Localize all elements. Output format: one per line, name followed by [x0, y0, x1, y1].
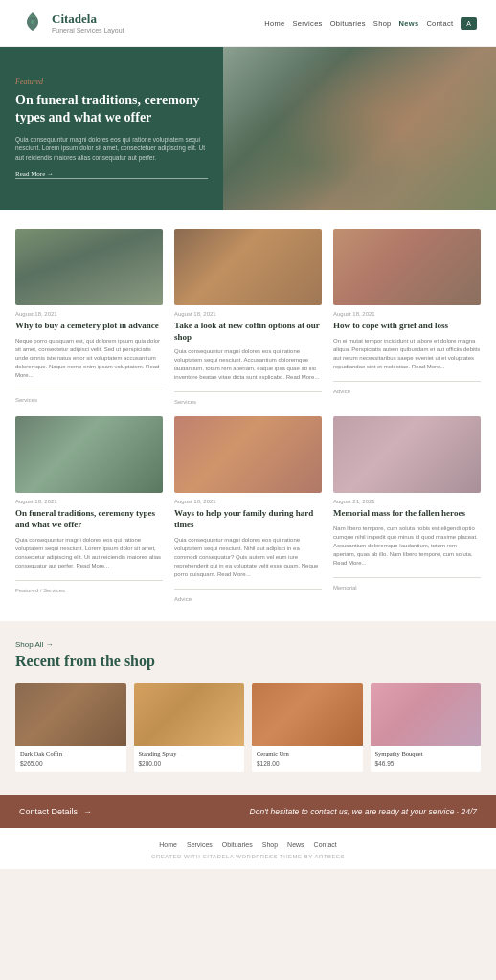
footer-links: HomeServicesObituariesShopNewsContact	[15, 841, 481, 848]
logo-icon	[19, 10, 46, 36]
blog-grid: August 18, 2021 Why to buy a cemetery pl…	[15, 229, 481, 602]
blog-card: August 18, 2021 Take a look at new coffi…	[174, 229, 322, 405]
blog-card-date: August 18, 2021	[174, 311, 322, 317]
blog-card-desc: On ei mutat tempor incididunt ut labore …	[333, 337, 481, 371]
shop-all-link[interactable]: Shop All →	[15, 640, 54, 649]
shop-item-name: Sympathy Bouquet	[375, 750, 477, 758]
hero-desc: Quia consequuntur magni dolores eos qui …	[15, 135, 208, 163]
blog-card: August 18, 2021 Why to buy a cemetery pl…	[15, 229, 163, 405]
shop-item[interactable]: Dark Oak Coffin $265.00	[15, 683, 126, 772]
blog-card-date: August 21, 2021	[333, 499, 481, 504]
nav-news[interactable]: News	[399, 19, 419, 28]
blog-card-title[interactable]: How to cope with grief and loss	[333, 321, 481, 332]
logo-text: Citadela Funeral Services Layout	[52, 11, 124, 34]
blog-card-image-5	[333, 416, 481, 493]
nav-shop[interactable]: Shop	[373, 19, 392, 28]
blog-card-divider	[174, 589, 322, 590]
shop-title: Recent from the shop	[15, 653, 481, 670]
blog-card-tag: Memorial	[333, 585, 481, 590]
nav-account-btn[interactable]: A	[461, 17, 477, 30]
blog-card-img-inner	[333, 416, 481, 493]
shop-item-price: $46.95	[375, 760, 477, 767]
blog-card-title[interactable]: Ways to help your family during hard tim…	[174, 508, 322, 530]
blog-card-title[interactable]: Take a look at new coffin options at our…	[174, 321, 322, 343]
blog-section: August 18, 2021 Why to buy a cemetery pl…	[0, 210, 496, 621]
blog-card-img-inner	[174, 229, 322, 305]
shop-section: Shop All → Recent from the shop Dark Oak…	[0, 621, 496, 795]
blog-card-img-inner	[15, 229, 163, 305]
shop-item-info: Dark Oak Coffin $265.00	[15, 746, 126, 772]
blog-card-desc: Quia consequuntur magni dolores eos qui …	[15, 536, 163, 570]
footer: HomeServicesObituariesShopNewsContact Cr…	[0, 828, 496, 869]
blog-card-image-2	[333, 229, 481, 305]
contact-bar-left: Contact Details →	[19, 807, 92, 816]
footer-link-services[interactable]: Services	[187, 841, 213, 848]
footer-credit: Created with Citadela WordPress Theme by…	[15, 854, 481, 859]
shop-item-image-3	[371, 683, 482, 746]
blog-card-tag: Advice	[174, 596, 322, 602]
blog-card-desc: Nam libero tempore, cum soluta nobis est…	[333, 524, 481, 568]
hero-image-bg	[223, 47, 496, 210]
shop-item[interactable]: Ceramic Urn $128.00	[252, 683, 363, 772]
nav-obituaries[interactable]: Obituaries	[330, 19, 366, 28]
shop-item[interactable]: Sympathy Bouquet $46.95	[371, 683, 482, 772]
shop-item-price: $280.00	[139, 760, 240, 767]
footer-link-news[interactable]: News	[287, 841, 304, 848]
blog-card-tag: Services	[174, 399, 322, 405]
nav-services[interactable]: Services	[293, 19, 323, 28]
blog-card-tag: Featured / Services	[15, 588, 163, 593]
blog-card-title[interactable]: Memorial mass for the fallen heroes	[333, 508, 481, 520]
footer-link-contact[interactable]: Contact	[314, 841, 337, 848]
blog-card-date: August 18, 2021	[333, 311, 481, 317]
shop-item-price: $128.00	[257, 760, 358, 767]
blog-card-tag: Advice	[333, 389, 481, 394]
hero-read-more[interactable]: Read More →	[15, 170, 208, 179]
shop-item-price: $265.00	[20, 760, 122, 767]
blog-card-img-inner	[15, 416, 163, 493]
shop-item-info: Standing Spray $280.00	[134, 746, 245, 772]
blog-card: August 18, 2021 Ways to help your family…	[174, 416, 322, 601]
hero-section: Featured On funeral traditions, ceremony…	[0, 47, 496, 210]
footer-link-shop[interactable]: Shop	[262, 841, 278, 848]
blog-card-divider	[15, 580, 163, 581]
blog-card-date: August 18, 2021	[174, 499, 322, 504]
blog-card-image-1	[174, 229, 322, 305]
nav-home[interactable]: Home	[264, 19, 284, 28]
hero-text-block: Featured On funeral traditions, ceremony…	[0, 47, 223, 210]
blog-card-img-inner	[174, 416, 322, 493]
blog-card-image-4	[174, 416, 322, 493]
blog-card-desc: Quia consequuntur magni dolores eos qui …	[174, 536, 322, 579]
blog-card-img-inner	[333, 229, 481, 305]
blog-card-tag: Services	[15, 397, 163, 403]
footer-link-obituaries[interactable]: Obituaries	[222, 841, 253, 848]
blog-card-title[interactable]: On funeral traditions, ceremony types an…	[15, 508, 163, 530]
blog-card: August 18, 2021 On funeral traditions, c…	[15, 416, 163, 601]
shop-item-info: Sympathy Bouquet $46.95	[371, 746, 482, 772]
nav-contact[interactable]: Contact	[426, 19, 453, 28]
logo[interactable]: Citadela Funeral Services Layout	[19, 10, 124, 36]
contact-details-label[interactable]: Contact Details	[19, 807, 78, 816]
hero-tag: Featured	[15, 78, 208, 86]
shop-item-image-0	[15, 683, 126, 746]
blog-card-divider	[174, 391, 322, 392]
footer-link-home[interactable]: Home	[159, 841, 177, 848]
navbar: Citadela Funeral Services Layout Home Se…	[0, 0, 496, 47]
blog-card-image-3	[15, 416, 163, 493]
shop-header: Shop All →	[15, 640, 481, 649]
hero-image	[223, 47, 496, 210]
blog-card-date: August 18, 2021	[15, 311, 163, 317]
blog-card-divider	[333, 577, 481, 578]
blog-card-divider	[15, 390, 163, 390]
blog-card-image-0	[15, 229, 163, 305]
shop-item-image-1	[134, 683, 245, 746]
contact-bar: Contact Details → Don't hesitate to cont…	[0, 795, 496, 828]
shop-item[interactable]: Standing Spray $280.00	[134, 683, 245, 772]
blog-card-desc: Neque porro quisquam est, qui dolorem ip…	[15, 337, 163, 380]
blog-card: August 21, 2021 Memorial mass for the fa…	[333, 416, 481, 601]
blog-card-desc: Quia consequuntur magni dolores eos qui …	[174, 347, 322, 382]
shop-item-name: Dark Oak Coffin	[20, 750, 122, 758]
nav-links: Home Services Obituaries Shop News Conta…	[264, 17, 477, 30]
shop-item-name: Ceramic Urn	[257, 750, 358, 758]
contact-bar-tagline: Don't hesitate to contact us, we are rea…	[250, 807, 477, 816]
blog-card-title[interactable]: Why to buy a cemetery plot in advance	[15, 321, 163, 332]
